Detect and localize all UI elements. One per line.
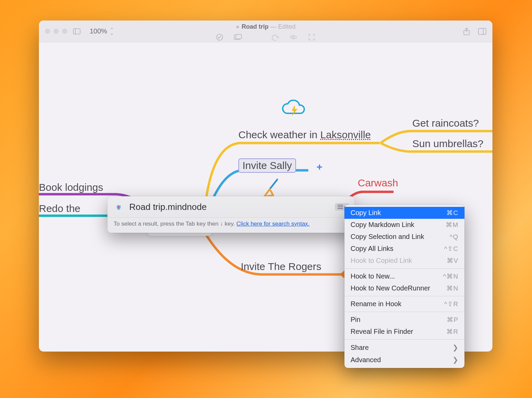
menu-item-copy-selection-and-link[interactable]: Copy Selection and Link^Q <box>344 231 464 243</box>
checkmark-icon[interactable] <box>216 33 224 41</box>
hook-filename: Road trip.mindnode <box>129 202 330 212</box>
menu-item-hook-to-new-[interactable]: Hook to New...^⌘N <box>344 270 464 282</box>
zoom-value: 100% <box>90 27 107 35</box>
add-child-button[interactable]: + <box>316 161 323 173</box>
menu-item-share[interactable]: Share❯ <box>344 341 464 354</box>
sidebar-toggle-icon[interactable] <box>73 27 81 35</box>
thunder-cloud-icon <box>281 100 307 119</box>
node-invite-sally[interactable]: Invite Sally <box>238 158 296 173</box>
toolbar-right <box>462 27 486 35</box>
titlebar: 100% ⌃⌄ ●Road trip — Edited <box>39 20 492 42</box>
svg-line-9 <box>270 180 277 189</box>
node-check-weather[interactable]: Check weather in Laksonville <box>238 129 371 141</box>
mindnode-app-icon <box>113 201 124 213</box>
node-carwash[interactable]: Carwash <box>358 177 398 189</box>
traffic-lights[interactable] <box>45 29 67 34</box>
menu-item-copy-markdown-link[interactable]: Copy Markdown Link⌘M <box>344 219 464 231</box>
context-menu: Copy Link⌘CCopy Markdown Link⌘MCopy Sele… <box>344 205 464 368</box>
node-book-lodgings[interactable]: Book lodgings <box>39 182 103 193</box>
zoom-control[interactable]: 100% ⌃⌄ <box>86 26 117 36</box>
svg-rect-4 <box>236 34 242 39</box>
node-redo-the[interactable]: Redo the <box>39 203 80 214</box>
expand-icon[interactable] <box>308 33 316 41</box>
menu-item-advanced[interactable]: Advanced❯ <box>344 354 464 366</box>
node-sun-umbrellas[interactable]: Sun umbrellas? <box>412 138 483 150</box>
search-syntax-link[interactable]: Click here for search syntax. <box>236 221 309 227</box>
menu-item-reveal-file-in-finder[interactable]: Reveal File in Finder⌘R <box>344 326 464 338</box>
menu-item-pin[interactable]: Pin⌘P <box>344 314 464 326</box>
window-title: ●Road trip — Edited <box>216 23 316 41</box>
node-invite-rogers[interactable]: Invite The Rogers <box>241 261 321 272</box>
images-icon[interactable] <box>234 33 242 41</box>
menu-item-hook-to-copied-link: Hook to Copied Link⌘V <box>344 255 464 267</box>
share-icon[interactable] <box>462 27 471 35</box>
menu-item-copy-all-links[interactable]: Copy All Links^⇧C <box>344 243 464 255</box>
menu-item-hook-to-new-coderunner[interactable]: Hook to New CodeRunner⌘N <box>344 282 464 294</box>
hook-result-row[interactable]: Road trip.mindnode ▾ <box>107 196 355 217</box>
menu-item-copy-link[interactable]: Copy Link⌘C <box>344 207 464 219</box>
eye-icon[interactable] <box>289 33 297 41</box>
panel-icon[interactable] <box>478 27 486 35</box>
toolbar-center <box>216 33 316 41</box>
undo-icon[interactable] <box>271 33 279 41</box>
zoom-stepper-icon: ⌃⌄ <box>110 28 114 35</box>
svg-rect-0 <box>73 29 80 34</box>
hook-hint: To select a result, press the Tab key th… <box>107 217 355 233</box>
hook-popup: Road trip.mindnode ▾ To select a result,… <box>107 196 355 233</box>
node-get-raincoats[interactable]: Get raincoats? <box>412 117 479 129</box>
svg-point-5 <box>292 36 294 38</box>
menu-item-rename-in-hook[interactable]: Rename in Hook^⇧R <box>344 298 464 310</box>
svg-rect-7 <box>478 28 486 34</box>
